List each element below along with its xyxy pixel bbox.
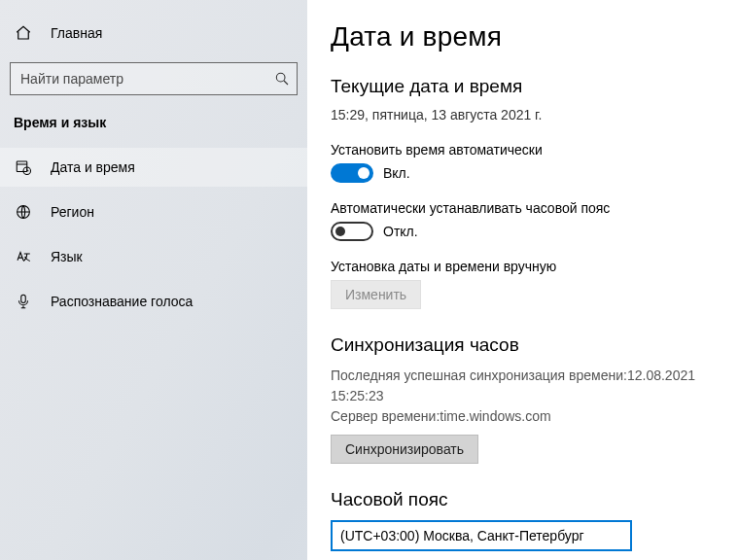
manual-set-label: Установка даты и времени вручную: [331, 259, 720, 274]
sidebar-item-label: Распознавание голоса: [51, 294, 193, 309]
sidebar-item-date-time[interactable]: Дата и время: [0, 148, 307, 187]
svg-rect-6: [21, 295, 26, 302]
language-icon: [14, 247, 33, 266]
auto-timezone-label: Автоматически устанавливать часовой пояс: [331, 200, 720, 216]
timezone-selected-value: (UTC+03:00) Москва, Санкт-Петербург: [340, 528, 584, 543]
sidebar-item-speech[interactable]: Распознавание голоса: [0, 282, 307, 321]
auto-time-state: Вкл.: [383, 165, 410, 181]
sidebar-category-label: Время и язык: [0, 109, 307, 148]
sidebar-item-label: Регион: [51, 204, 94, 220]
current-datetime-heading: Текущие дата и время: [331, 76, 720, 97]
svg-rect-2: [17, 161, 27, 172]
sync-now-button[interactable]: Синхронизировать: [331, 435, 478, 464]
sidebar-item-language[interactable]: Язык: [0, 237, 307, 276]
timezone-select[interactable]: (UTC+03:00) Москва, Санкт-Петербург: [331, 520, 632, 551]
current-datetime-value: 15:29, пятница, 13 августа 2021 г.: [331, 107, 720, 122]
sync-last-success: Последняя успешная синхронизация времени…: [331, 366, 720, 406]
svg-point-0: [276, 73, 285, 82]
search-box: [10, 62, 298, 95]
sidebar-item-label: Язык: [51, 249, 83, 264]
sidebar-item-label: Дата и время: [51, 159, 135, 175]
content-panel: Дата и время Текущие дата и время 15:29,…: [307, 0, 739, 560]
search-input[interactable]: [10, 62, 298, 95]
page-title: Дата и время: [331, 21, 720, 52]
change-datetime-button: Изменить: [331, 280, 421, 309]
sidebar-home[interactable]: Главная: [0, 14, 307, 52]
auto-time-toggle[interactable]: [331, 163, 373, 183]
home-icon: [14, 23, 33, 43]
auto-time-label: Установить время автоматически: [331, 142, 720, 158]
auto-timezone-state: Откл.: [383, 224, 418, 239]
sidebar-item-region[interactable]: Регион: [0, 192, 307, 231]
sidebar-home-label: Главная: [51, 25, 102, 41]
settings-sidebar: Главная Время и язык Дата и время Регион…: [0, 0, 307, 560]
svg-line-1: [284, 81, 288, 85]
calendar-clock-icon: [14, 158, 33, 177]
sync-heading: Синхронизация часов: [331, 334, 720, 356]
auto-timezone-toggle[interactable]: [331, 222, 373, 241]
microphone-icon: [14, 292, 33, 311]
search-icon[interactable]: [274, 71, 290, 87]
timezone-heading: Часовой пояс: [331, 489, 720, 510]
globe-icon: [14, 202, 33, 222]
sync-server: Сервер времени:time.windows.com: [331, 406, 720, 427]
